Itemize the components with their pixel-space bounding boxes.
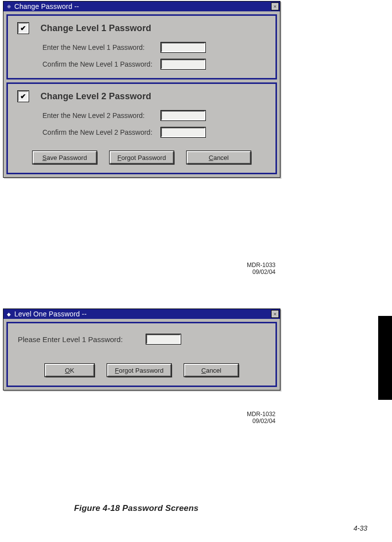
- mnemonic: O: [65, 367, 70, 374]
- button-label-rest: ancel: [213, 154, 229, 161]
- level1-checkbox[interactable]: ✔: [18, 23, 29, 34]
- ok-button[interactable]: OK: [45, 364, 94, 377]
- app-icon: ⁜: [5, 3, 12, 10]
- titlebar[interactable]: ⁜ Change Password -- ×: [3, 1, 280, 11]
- mnemonic: F: [118, 154, 121, 161]
- page-side-tab: [378, 316, 392, 400]
- cancel-button[interactable]: Cancel: [184, 364, 238, 377]
- mnemonic: C: [201, 367, 206, 374]
- level2-checkbox[interactable]: ✔: [18, 91, 29, 102]
- dialog-title: Change Password --: [14, 2, 271, 10]
- close-button[interactable]: ×: [271, 2, 279, 10]
- ref-id: MDR-1033: [247, 262, 275, 269]
- level1-confirm-input[interactable]: [161, 59, 205, 69]
- cancel-button[interactable]: Cancel: [187, 151, 251, 164]
- button-label-rest: orgot Password: [121, 154, 166, 161]
- level1-enter-input[interactable]: [161, 42, 205, 52]
- mnemonic: C: [209, 154, 213, 161]
- button-label-rest: K: [70, 367, 75, 374]
- page-number: 4-33: [353, 524, 367, 532]
- figure-caption: Figure 4-18 Password Screens: [74, 503, 198, 513]
- mnemonic: F: [115, 367, 119, 374]
- level2-enter-input[interactable]: [161, 111, 205, 120]
- ref-date: 09/02/04: [247, 418, 275, 425]
- mnemonic: S: [42, 154, 47, 161]
- button-label-rest: ancel: [206, 367, 221, 374]
- enter-password-input[interactable]: [146, 334, 181, 344]
- save-password-button[interactable]: Save Password: [33, 151, 97, 164]
- change-password-dialog: ⁜ Change Password -- × ✔ Change Level 1 …: [3, 1, 280, 178]
- titlebar[interactable]: ◆ Level One Password -- ×: [3, 309, 280, 319]
- dialog2-reference: MDR-1032 09/02/04: [247, 411, 275, 425]
- forgot-password-button[interactable]: Forgot Password: [110, 151, 174, 164]
- dialog-title: Level One Password --: [14, 310, 271, 318]
- level2-heading: Change Level 2 Password: [40, 91, 151, 102]
- ref-date: 09/02/04: [247, 269, 275, 275]
- level-one-password-dialog: ◆ Level One Password -- × Please Enter L…: [3, 309, 280, 390]
- level1-heading: Change Level 1 Password: [40, 23, 151, 34]
- enter-password-label: Please Enter Level 1 Password:: [18, 335, 146, 344]
- client-area: ✔ Change Level 1 Password Enter the New …: [3, 11, 280, 177]
- button-label-rest: ave Password: [47, 154, 87, 161]
- dialog2-button-row: OK Forgot Password Cancel: [18, 364, 266, 377]
- dialog2-panel: Please Enter Level 1 Password: OK Forgot…: [6, 322, 277, 387]
- app-icon: ◆: [5, 310, 12, 317]
- dialog1-reference: MDR-1033 09/02/04: [247, 262, 275, 275]
- close-button[interactable]: ×: [271, 310, 279, 318]
- dialog1-button-row: Save Password Forgot Password Cancel: [18, 151, 266, 164]
- forgot-password-button[interactable]: Forgot Password: [107, 364, 171, 377]
- button-label-rest: orgot Password: [119, 367, 163, 374]
- level2-confirm-input[interactable]: [161, 127, 205, 137]
- client-area: Please Enter Level 1 Password: OK Forgot…: [3, 319, 280, 390]
- level2-enter-label: Enter the New Level 2 Password:: [42, 112, 161, 119]
- level1-confirm-label: Confirm the New Level 1 Password:: [42, 60, 161, 68]
- ref-id: MDR-1032: [247, 411, 275, 418]
- level2-confirm-label: Confirm the New Level 2 Password:: [42, 128, 161, 136]
- level1-panel: ✔ Change Level 1 Password Enter the New …: [6, 14, 277, 79]
- level2-panel: ✔ Change Level 2 Password Enter the New …: [6, 82, 277, 174]
- level1-enter-label: Enter the New Level 1 Password:: [42, 43, 161, 51]
